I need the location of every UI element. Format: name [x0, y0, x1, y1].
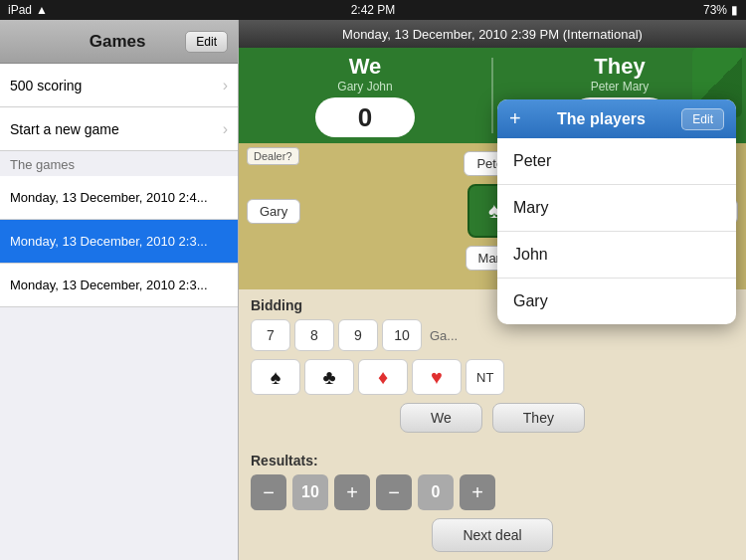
we-bid-button[interactable]: We [400, 403, 482, 433]
result2-plus-button[interactable]: + [460, 474, 495, 510]
status-bar: iPad ▲ 2:42 PM 73% ▮ [0, 0, 746, 20]
sidebar-game-item-0[interactable]: Monday, 13 December, 2010 2:4... [0, 176, 238, 220]
sidebar-header: Games Edit [0, 20, 238, 64]
sidebar-game-label-0: Monday, 13 December, 2010 2:4... [10, 190, 208, 205]
results-row: − 10 + − 0 + [251, 474, 734, 510]
chevron-right-icon: › [223, 77, 228, 94]
main-layout: Games Edit 500 scoring › Start a new gam… [0, 20, 746, 560]
status-bar-left: iPad ▲ [8, 3, 48, 17]
popup-player-0[interactable]: Peter [497, 138, 736, 185]
result2-value: 0 [418, 474, 454, 510]
nt-button[interactable]: NT [466, 359, 504, 395]
they-players: Peter Mary [591, 80, 650, 93]
sidebar-game-item-1[interactable]: Monday, 13 December, 2010 2:3... [0, 220, 238, 264]
suit-hearts-button[interactable]: ♥ [412, 359, 462, 395]
popup-player-1[interactable]: Mary [497, 185, 736, 232]
result1-minus-button[interactable]: − [251, 474, 286, 510]
popup-edit-button[interactable]: Edit [681, 108, 724, 130]
sidebar-game-label-1: Monday, 13 December, 2010 2:3... [10, 234, 208, 249]
bid-9-button[interactable]: 9 [338, 319, 378, 351]
sidebar-item-new-game[interactable]: Start a new game › [0, 107, 238, 151]
suits-row: ♠ ♣ ♦ ♥ NT [251, 359, 734, 395]
battery-label: 73% [703, 3, 727, 17]
sidebar: Games Edit 500 scoring › Start a new gam… [0, 20, 239, 560]
sidebar-game-item-2[interactable]: Monday, 13 December, 2010 2:3... [0, 264, 238, 307]
sidebar-item-new-game-label: Start a new game [10, 121, 119, 137]
game-header-title: Monday, 13 December, 2010 2:39 PM (Inter… [342, 27, 643, 42]
sidebar-item-500scoring-label: 500 scoring [10, 78, 82, 93]
popup-player-2[interactable]: John [497, 232, 736, 279]
score-team-we: We Gary John 0 [239, 54, 491, 137]
sidebar-item-500scoring[interactable]: 500 scoring › [0, 64, 238, 107]
popup-header: + The players Edit [497, 99, 736, 138]
they-bid-button[interactable]: They [492, 403, 585, 433]
dealer-badge: Dealer? [247, 147, 299, 165]
status-bar-time: 2:42 PM [351, 3, 396, 17]
result1-plus-button[interactable]: + [334, 474, 370, 510]
status-bar-right: 73% ▮ [703, 3, 738, 17]
results-section: Resultats: − 10 + − 0 + Next deal [239, 449, 746, 560]
game-area: Monday, 13 December, 2010 2:39 PM (Inter… [239, 20, 746, 560]
ipad-label: iPad [8, 3, 32, 17]
results-label: Resultats: [251, 453, 734, 468]
we-label: We [349, 54, 382, 80]
sidebar-title: Games [50, 32, 185, 52]
popup-player-3[interactable]: Gary [497, 279, 736, 324]
bid-8-button[interactable]: 8 [294, 319, 334, 351]
we-players: Gary John [337, 80, 392, 93]
result1-value: 10 [292, 474, 328, 510]
team-buttons-row: We They [251, 403, 734, 433]
next-deal-button[interactable]: Next deal [432, 518, 552, 552]
suit-diamonds-button[interactable]: ♦ [358, 359, 408, 395]
game-header: Monday, 13 December, 2010 2:39 PM (Inter… [239, 20, 746, 48]
sidebar-game-label-2: Monday, 13 December, 2010 2:3... [10, 278, 208, 292]
popup-title: The players [521, 110, 682, 128]
battery-icon: ▮ [731, 3, 738, 17]
bid-ga-label: Ga... [426, 328, 462, 343]
bid-7-button[interactable]: 7 [251, 319, 290, 351]
bid-10-button[interactable]: 10 [382, 319, 422, 351]
wifi-icon: ▲ [36, 3, 48, 17]
players-popup: + The players Edit Peter Mary John Gary [497, 99, 736, 324]
chevron-right-icon: › [223, 120, 228, 138]
sidebar-section-label: The games [0, 151, 238, 176]
popup-add-button[interactable]: + [509, 107, 521, 130]
we-score: 0 [315, 97, 415, 137]
result2-minus-button[interactable]: − [376, 474, 412, 510]
they-label: They [594, 54, 645, 80]
player-left-label: Gary [247, 199, 300, 224]
sidebar-edit-button[interactable]: Edit [185, 31, 228, 53]
suit-clubs-button[interactable]: ♣ [304, 359, 354, 395]
suit-spades-button[interactable]: ♠ [251, 359, 300, 395]
